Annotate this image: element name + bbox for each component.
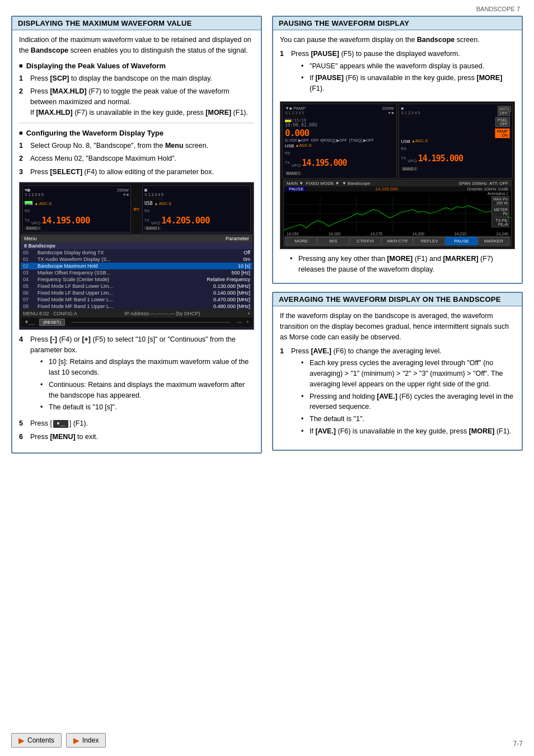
two-column-layout: DISPLAYING THE MAXIMUM WAVEFORM VALUE In… [11,16,523,461]
index-label: Index [82,736,99,744]
config-step-3: 3 Press [SELECT] (F4) to allow editing o… [19,167,254,178]
step-6: 6 Press [MENU] to exit. [19,432,254,442]
menu-screenshot: ▼■ S 1 2 3 4 5 200W ▼■ [19,182,254,330]
subsection2-title: Configuring the Waveform Display Type [19,129,254,137]
menu-plus: + [247,311,250,316]
menu-underscore: ▼__ [24,319,35,325]
step-5: 5 Press [▼__] (F1). [19,418,254,429]
scope-txfil-label: TX-FILFIL-A [491,217,509,227]
menu-group-row: 8 Bandscope [21,242,252,249]
left-intro: Indication of the maximum waveform value… [19,35,254,56]
index-arrow-icon: ▶ [73,736,79,745]
scope-btn-reflev[interactable]: REFLEV [414,237,445,245]
left-section-title: DISPLAYING THE MAXIMUM WAVEFORM VALUE [12,17,261,30]
scope-display: MAIN ▼ FIXED MODE ▼ ▼ Bandscope SPAN 100… [283,180,512,247]
avg-bullet-more: If [AVE.] (F6) is unavailable in the key… [301,426,515,437]
pause-note-bullets: Pressing any key other than [MORE] (F1) … [290,254,515,275]
scope-btn-mkrctr[interactable]: MKR:CTR [382,237,413,245]
scope-span-label: SPAN 100kHz ATT: OFF [458,181,508,186]
scope-pause-display: PAUSE [287,186,306,192]
page-number: 7-7 [513,740,523,748]
avg-section-title: AVERAGING THE WAVEFORM DISPLAY ON THE BA… [273,293,522,306]
left-column: DISPLAYING THE MAXIMUM WAVEFORM VALUE In… [11,16,262,461]
bullet-continuous: Continuous: Retains and displays the max… [40,380,254,401]
menu-row-08: 08 Fixed Mode MF Band 1 Upper L... 0.480… [21,303,252,310]
reset-btn[interactable]: (RESET) [39,319,65,326]
avg-intro: If the waveform display on the bandscope… [280,311,515,342]
menu-area: Menu Parameter 8 Bandscope 00 Bandscope … [21,234,252,328]
scope-btn-marker[interactable]: MARKER [478,237,509,245]
pause-section-box: PAUSING THE WAVEFORM DISPLAY You can pau… [272,16,523,284]
right-column: PAUSING THE WAVEFORM DISPLAY You can pau… [272,16,523,461]
avg-bullet-hold: Pressing and holding [AVE.] (F6) cycles … [301,391,515,413]
radio-panel-right: ■ S 1 2 3 4 5 USB ▲ AGC-S [142,185,251,232]
avg-step-1: 1 Press [AVE.] (F6) to change the averag… [280,346,515,440]
scope-averaging-label: Averaging 1 [488,192,508,195]
scope-info-bar: MAIN ▼ FIXED MODE ▼ ▼ Bandscope SPAN 100… [284,180,511,186]
pause-steps-list: 1 Press [PAUSE] (F5) to pause the displa… [280,49,515,97]
pause-step1-bullets: "PAUSE" appears while the waveform displ… [301,61,515,94]
avg-step1-bullets: Each key press cycles the averaging leve… [301,358,515,436]
avg-bullet-default: The default is "1". [301,414,515,424]
menu-row-00: 00 Bandscope Display during TX Off [21,249,252,256]
bandscope-screenshot: ▼■ PAMP S 1 2 3 4 5 200W ▼■ F [280,101,515,249]
scope-maxpo-label: MAX-Po200 W [491,196,509,206]
scope-freq-scale: 14,150 14,160 14,170 14,200 14,210 14,24… [284,232,511,236]
peak-steps-list: 1 Press [SCP] to display the bandscope o… [19,73,254,118]
avg-section-body: If the waveform display on the bandscope… [273,306,522,449]
menu-row-04: 04 Frequency Scale (Center Mode) Relativ… [21,276,252,283]
scope-btn-ms[interactable]: M/S [317,237,349,245]
step4-bullets: 10 [s]: Retains and displays the maximum… [40,357,254,413]
pause-section-title: PAUSING THE WAVEFORM DISPLAY [273,17,522,30]
subsection1-title: Displaying the Peak Values of Waveform [19,62,254,70]
scope-meterpo-label: METERPo [491,207,509,217]
menu-col1: Menu [24,236,37,241]
scope-right-labels: MAX-Po200 W METERPo TX-FILFIL-A [491,196,509,227]
config-step-2: 2 Access Menu 02, "Bandscope Maximum Hol… [19,153,254,164]
index-button[interactable]: ▶ Index [66,733,106,748]
scope-avg-bar: Averaging 1 [284,192,511,195]
scope-main-label: MAIN ▼ FIXED MODE ▼ ▼ Bandscope [287,181,370,186]
scope-btn-pause[interactable]: PAUSE [446,237,477,245]
bandscope-right-panel: ■ S 1 2 3 4 5 ATTOFF PSELOFF PAMPON [399,104,513,179]
page-header: BANDSCOPE 7 [11,6,523,12]
pause-section-body: You can pause the waveform display on th… [273,30,522,283]
avg-section-box: AVERAGING THE WAVEFORM DISPLAY ON THE BA… [272,292,523,450]
menu-row-07: 07 Fixed Mode MF Band 1 Lower L... 0.470… [21,296,252,303]
contents-button[interactable]: ▶ Contents [11,733,62,748]
radio-panel-left: ▼■ S 1 2 3 4 5 200W ▼■ [22,185,131,232]
left-section-box: DISPLAYING THE MAXIMUM WAVEFORM VALUE In… [11,16,262,454]
divider1 [19,123,254,123]
page-footer: ▶ Contents ▶ Index [11,733,106,748]
menu-row-06: 06 Fixed Mode LF Band Upper Lim... 0.140… [21,290,252,296]
plus-btn[interactable]: — + [237,319,249,325]
page: BANDSCOPE 7 DISPLAYING THE MAXIMUM WAVEF… [0,0,534,756]
scope-grid-svg [284,195,511,232]
scope-freq-display: 14.195.000 [376,186,398,192]
menu-row-01: 01 TX Audio Waveform Display (S... 0m [21,256,252,263]
peak-step-2: 2 Press [MAX.HLD] (F7) to toggle the pea… [19,86,254,118]
bandscope-top-panels: ▼■ PAMP S 1 2 3 4 5 200W ▼■ F [282,104,513,179]
scope-btn-ctrfix[interactable]: CTR/FIX [350,237,381,245]
avg-bullet-cycle: Each key press cycles the averaging leve… [301,358,515,389]
peak-step-1: 1 Press [SCP] to display the bandscope o… [19,73,254,84]
reset-inline-icon: ▼__ [53,420,68,428]
pause-step-1: 1 Press [PAUSE] (F5) to pause the displa… [280,49,515,97]
avg-steps-list: 1 Press [AVE.] (F6) to change the averag… [280,346,515,440]
menu-bottom-left: MENU 8:02 CONFIG A [23,311,77,316]
step-4: 4 Press [-] (F4) or [+] (F5) to select "… [19,334,254,416]
scope-wave-area [284,195,511,232]
config-step-1: 1 Select Group No. 8, "Bandscope", from … [19,141,254,151]
scope-btn-more[interactable]: MORE [285,237,317,245]
left-section-body: Indication of the maximum waveform value… [12,30,261,452]
menu-ip-address: IP Address:---.---.---.--- (by DHCP) [124,311,200,316]
menu-row-02: 02 Bandscope Maximum Hold 10 [s] [21,263,252,269]
pause-intro: You can pause the waveform display on th… [280,35,515,45]
menu-bottom-bar: MENU 8:02 CONFIG A IP Address:---.---.--… [21,310,252,318]
menu-col2: Parameter [226,236,249,241]
bandscope-left-panel: ▼■ PAMP S 1 2 3 4 5 200W ▼■ F [282,104,397,179]
arrow-icon: ⇐ [133,185,140,232]
page-header-label: BANDSCOPE 7 [476,6,520,12]
contents-label: Contents [27,736,54,744]
scope-btn-row: MORE M/S CTR/FIX MKR:CTR REFLEV PAUSE MA… [284,236,511,246]
